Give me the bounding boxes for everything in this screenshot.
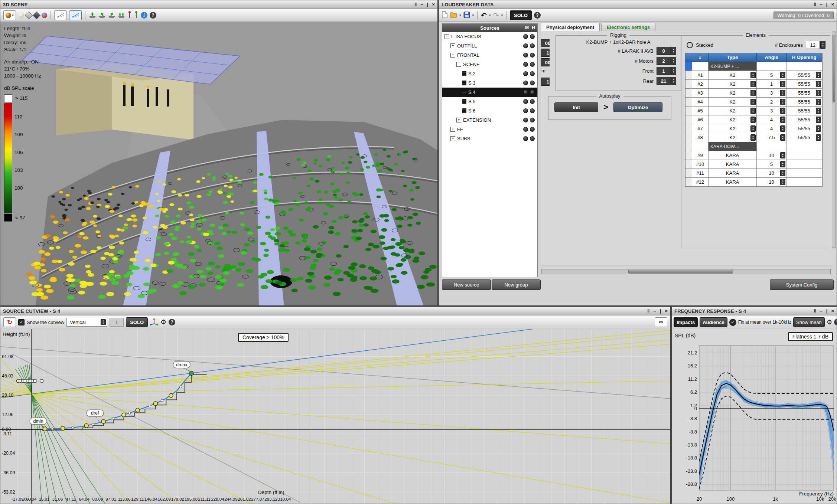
spinner[interactable]: ▲▼	[816, 108, 821, 114]
hide-indicator[interactable]	[530, 81, 535, 85]
help-button[interactable]: ?	[169, 319, 175, 325]
sphere-white-icon[interactable]	[18, 13, 24, 18]
tree-item-subs[interactable]: +SUBS	[442, 134, 537, 143]
elements-row-7[interactable]: #7K2▲▼4▲▼55/55▲▼	[685, 124, 822, 133]
expand-button[interactable]: |	[660, 308, 661, 314]
elements-row-3[interactable]: #3K2▲▼3▲▼55/55▲▼	[685, 89, 822, 98]
hide-indicator[interactable]	[530, 108, 535, 113]
link-cutviews-button[interactable]: ∞	[655, 317, 667, 327]
orientation-select[interactable]: Vertical▲▼	[66, 318, 107, 327]
freq-chart[interactable]: 21.216.211.26.21.20-3.8-8.8-13.8-18.8-23…	[672, 329, 837, 504]
save-caret-icon[interactable]: ▾	[472, 14, 474, 17]
settings-gear-button[interactable]: ⚙	[160, 318, 166, 326]
new-source-button[interactable]: New source	[442, 279, 491, 290]
help-button[interactable]: ?	[834, 319, 837, 325]
freq-plot[interactable]: 21.216.211.26.21.20-3.8-8.8-13.8-18.8-23…	[672, 329, 837, 504]
spinner[interactable]: ▲▼	[780, 152, 785, 158]
elements-row-1[interactable]: #1K2▲▼5▲▼55/55▲▼	[685, 71, 822, 80]
settings-gear-button[interactable]: ⚙	[827, 318, 832, 326]
minimize-button[interactable]: –	[820, 308, 823, 314]
mapping-tilt-right-button[interactable]	[108, 12, 115, 19]
tree-expand-toggle[interactable]: +	[450, 127, 455, 132]
new-document-button[interactable]	[442, 11, 447, 19]
scene-viewport[interactable]: Length: ft.inWeight: lbDelay: msScale: 1…	[0, 22, 437, 305]
cutview-lines-button[interactable]	[54, 10, 67, 20]
spinner[interactable]: ▲▼	[816, 125, 821, 132]
mapping-surface-button[interactable]	[89, 12, 96, 19]
clipped-spinner-fragment[interactable]: 00	[541, 39, 550, 47]
render-style-button[interactable]: ▾	[3, 10, 16, 20]
rigging-field-spinner[interactable]: 1▲▼	[657, 67, 676, 75]
minimize-button[interactable]: –	[654, 308, 656, 314]
tree-item-s-3[interactable]: S 3	[442, 78, 537, 88]
mute-indicator[interactable]	[523, 62, 528, 67]
expand-button[interactable]: |	[826, 2, 828, 7]
elements-row-10[interactable]: #10KARA5▲▼	[685, 160, 822, 169]
mute-indicator[interactable]	[523, 81, 528, 85]
vertical-scrollbar[interactable]	[832, 32, 836, 248]
tree-expand-toggle[interactable]: +	[450, 43, 455, 48]
tree-item-scene[interactable]: −SCENE	[442, 60, 537, 69]
mute-indicator[interactable]	[523, 90, 528, 95]
spinner[interactable]: ▲▼	[780, 117, 785, 123]
spinner[interactable]: ▲▼	[780, 134, 785, 141]
help-button[interactable]: ?	[534, 12, 541, 19]
elements-row[interactable]: K2-BUMP + …	[685, 62, 822, 71]
expand-button[interactable]: |	[427, 2, 429, 7]
mute-indicator[interactable]	[523, 99, 528, 104]
spinner[interactable]: ▲▼	[750, 72, 756, 78]
spinner[interactable]: ▲▼	[780, 125, 785, 132]
hide-indicator[interactable]	[530, 127, 535, 132]
show-mean-button[interactable]: Show mean	[793, 317, 825, 327]
init-button[interactable]: Init	[554, 102, 598, 112]
clipped-spinner-fragment[interactable]: m	[541, 68, 547, 73]
tree-item-extension[interactable]: +EXTENSION	[442, 115, 537, 125]
cutview-solo-button[interactable]: SOLO	[126, 317, 148, 327]
spinner[interactable]: ▲▼	[780, 170, 785, 176]
spinner[interactable]: ▲▼	[750, 99, 756, 105]
hide-indicator[interactable]	[530, 53, 535, 58]
tree-expand-toggle[interactable]: +	[450, 136, 455, 141]
close-button[interactable]: ×	[665, 308, 668, 314]
tree-item-s-4[interactable]: S 4	[442, 88, 537, 97]
enclosures-spinner[interactable]: 12▲▼	[806, 41, 825, 49]
cutview-chart[interactable]: 61.0845.0328.1012.060.00-3.11-20.04-36.0…	[0, 329, 670, 504]
mute-indicator[interactable]	[523, 53, 528, 58]
freeze-button[interactable]: ‖	[814, 2, 816, 7]
tree-expand-toggle[interactable]: −	[456, 62, 461, 67]
mute-indicator[interactable]	[523, 118, 528, 122]
mapping-dual-button[interactable]	[118, 12, 125, 19]
redo-caret-icon[interactable]: ▾	[501, 14, 503, 17]
tree-item-s-6[interactable]: S 6	[442, 106, 537, 115]
tree-expand-toggle[interactable]: −	[450, 53, 455, 58]
spinner[interactable]: ▲▼	[750, 108, 756, 114]
cutview-index-input[interactable]: 1	[110, 318, 124, 327]
rigging-field-spinner[interactable]: 0▲▼	[657, 47, 676, 55]
clipped-spinner-fragment[interactable]: 00	[541, 58, 550, 66]
spinner[interactable]: ▲▼	[780, 179, 785, 185]
close-button[interactable]: ×	[432, 2, 435, 7]
tree-item-s-2[interactable]: S 2	[442, 69, 537, 78]
undo-caret-icon[interactable]: ▾	[489, 14, 491, 17]
tree-item-ff[interactable]: +FF	[442, 125, 537, 134]
axes-orientation-icon[interactable]	[150, 318, 158, 327]
spinner[interactable]: ▲▼	[816, 134, 821, 141]
minimize-button[interactable]: –	[421, 2, 423, 7]
tree-expand-toggle[interactable]: +	[456, 118, 461, 122]
tree-item-l-isa-focus[interactable]: −L-ISA FOCUS	[442, 32, 537, 41]
spinner[interactable]: ▲▼	[816, 90, 821, 96]
mute-indicator[interactable]	[523, 136, 528, 141]
spinner[interactable]: ▲▼	[750, 81, 756, 87]
hide-indicator[interactable]	[530, 62, 535, 67]
info-button[interactable]: i	[141, 12, 147, 19]
spinner[interactable]: ▲▼	[780, 90, 785, 96]
elements-row-8[interactable]: #8K2▲▼7.5▲▼55/55▲▼	[685, 133, 822, 142]
spinner[interactable]: ▲▼	[816, 99, 821, 105]
clipped-spinner-fragment[interactable]: 1	[541, 78, 550, 86]
spinner[interactable]: ▲▼	[780, 81, 785, 87]
mapping-tilt-left-button[interactable]	[98, 12, 106, 19]
hide-indicator[interactable]	[530, 34, 535, 39]
probe-green-button[interactable]	[134, 11, 139, 20]
clipped-spinner-fragment[interactable]: 1	[541, 49, 550, 57]
cutview-plot[interactable]: 61.0845.0328.1012.060.00-3.11-20.04-36.0…	[0, 329, 670, 504]
